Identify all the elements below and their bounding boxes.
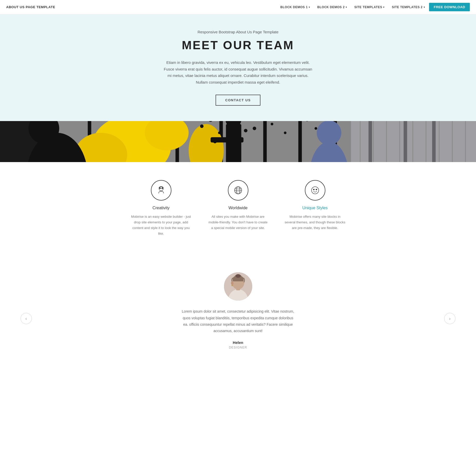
testimonial-name: Helen — [5, 340, 471, 345]
navbar-brand[interactable]: ABOUT US PAGE TEMPLATE — [6, 5, 55, 9]
svg-point-20 — [200, 124, 204, 128]
navbar-nav: BLOCK DEMOS 1 ▾ BLOCK DEMOS 2 ▾ SITE TEM… — [277, 0, 470, 14]
testimonial-role: DESIGNER — [5, 346, 471, 349]
worldwide-icon — [233, 185, 243, 195]
nav-item-site-templates-2[interactable]: SITE TEMPLATES 2 ▾ — [389, 0, 428, 14]
nav-item-site-templates[interactable]: SITE TEMPLATES ▾ — [351, 0, 388, 14]
unique-styles-icon-circle — [305, 180, 325, 201]
hero-subtitle: Responsive Bootstrap About Us Page Templ… — [5, 30, 471, 34]
svg-rect-43 — [399, 121, 400, 162]
creativity-icon — [156, 185, 166, 195]
hero-section: Responsive Bootstrap About Us Page Templ… — [0, 14, 476, 121]
creativity-icon-circle — [151, 180, 171, 201]
testimonial-avatar — [224, 272, 252, 301]
svg-point-29 — [315, 127, 317, 130]
features-grid: Creativity Mobirise is an easy website b… — [123, 180, 354, 236]
svg-point-38 — [317, 121, 341, 145]
hero-body-text: Etiam in libero gravida, viverra ex eu, … — [164, 59, 313, 85]
svg-rect-45 — [425, 121, 426, 162]
testimonial-arrow-left[interactable]: ‹ — [21, 313, 32, 324]
svg-point-50 — [160, 188, 161, 189]
svg-rect-46 — [439, 121, 440, 162]
chevron-down-icon: ▾ — [346, 6, 347, 8]
svg-rect-41 — [373, 121, 374, 162]
nav-item-block-demos-2[interactable]: BLOCK DEMOS 2 ▾ — [314, 0, 350, 14]
nav-item-block-demos-1[interactable]: BLOCK DEMOS 1 ▾ — [277, 0, 313, 14]
avatar-svg — [224, 272, 252, 301]
features-section: Creativity Mobirise is an easy website b… — [0, 162, 476, 257]
svg-rect-48 — [465, 121, 466, 162]
contact-us-button[interactable]: CONTACT US — [216, 95, 260, 106]
feature-worldwide: Worldwide All sites you make with Mobiri… — [207, 180, 269, 236]
svg-point-27 — [284, 132, 286, 134]
svg-rect-8 — [298, 121, 302, 162]
svg-rect-44 — [412, 121, 413, 162]
svg-rect-39 — [351, 121, 476, 162]
feature-worldwide-title: Worldwide — [207, 206, 269, 210]
svg-point-26 — [244, 129, 248, 132]
banner-image — [0, 121, 476, 162]
svg-rect-7 — [263, 121, 267, 162]
svg-rect-42 — [386, 121, 387, 162]
svg-point-55 — [312, 187, 319, 194]
svg-rect-34 — [226, 124, 241, 162]
hero-title: MEET OUR TEAM — [5, 38, 471, 52]
testimonial-section: ‹ — [0, 257, 476, 370]
svg-rect-47 — [452, 121, 453, 162]
svg-rect-40 — [360, 121, 361, 162]
svg-point-64 — [236, 274, 241, 278]
testimonial-arrow-right[interactable]: › — [444, 313, 455, 324]
svg-point-66 — [231, 285, 233, 286]
feature-creativity: Creativity Mobirise is an easy website b… — [130, 180, 192, 236]
navbar: ABOUT US PAGE TEMPLATE BLOCK DEMOS 1 ▾ B… — [0, 0, 476, 14]
banner-svg — [0, 121, 476, 162]
unique-styles-icon — [310, 185, 320, 195]
feature-unique-styles-title: Unique Styles — [284, 206, 346, 210]
banner-image-inner — [0, 121, 476, 162]
svg-point-65 — [231, 281, 234, 285]
feature-creativity-title: Creativity — [130, 206, 192, 210]
free-download-button[interactable]: FREE DOWNLOAD — [429, 3, 470, 11]
chevron-down-icon: ▾ — [424, 6, 425, 8]
svg-point-57 — [316, 189, 317, 190]
svg-point-22 — [271, 123, 273, 125]
svg-point-24 — [253, 127, 256, 130]
feature-worldwide-desc: All sites you make with Mobirise are mob… — [207, 214, 269, 231]
chevron-down-icon: ▾ — [383, 6, 385, 8]
worldwide-icon-circle — [228, 180, 248, 201]
svg-point-56 — [313, 189, 314, 190]
chevron-down-icon: ▾ — [309, 6, 310, 8]
feature-unique-styles-desc: Mobirise offers many site blocks in seve… — [284, 214, 346, 231]
feature-creativity-desc: Mobirise is an easy website builder - ju… — [130, 214, 192, 236]
svg-point-25 — [218, 132, 221, 134]
testimonial-quote: Lorem ipsum dolor sit amet, consectetur … — [182, 308, 295, 334]
svg-rect-36 — [211, 137, 244, 143]
feature-unique-styles: Unique Styles Mobirise offers many site … — [284, 180, 346, 236]
svg-point-51 — [162, 188, 163, 189]
